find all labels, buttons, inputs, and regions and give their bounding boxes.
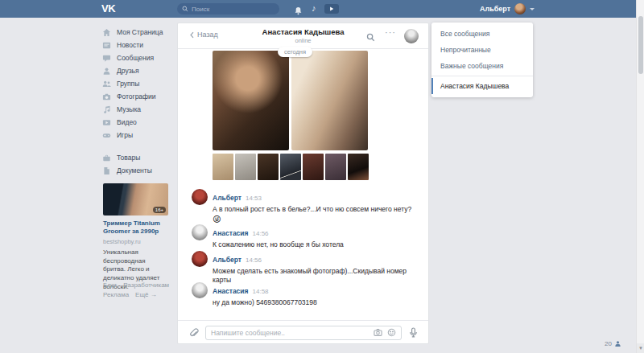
ad-image[interactable]: 16+ xyxy=(103,183,168,215)
camera-icon xyxy=(102,92,111,101)
user-menu[interactable]: Альберт xyxy=(480,0,535,18)
photo-thumbnail-4[interactable] xyxy=(280,154,301,180)
message-time: 14:56 xyxy=(246,257,262,264)
person-icon xyxy=(102,67,111,76)
person-icon xyxy=(614,340,621,347)
attach-paperclip-icon[interactable] xyxy=(188,327,199,338)
online-friends-counter[interactable]: 20 xyxy=(605,340,621,347)
avatar[interactable] xyxy=(192,224,208,240)
page-scrollbar[interactable]: ▼ xyxy=(636,0,644,353)
microphone-icon[interactable] xyxy=(409,327,418,338)
scrollbar-thumb[interactable] xyxy=(638,16,643,74)
video-icon xyxy=(102,118,111,127)
sidebar-item-my-page[interactable]: Моя Страница xyxy=(102,26,176,39)
top-bar: VK ♪ Альберт xyxy=(0,0,636,18)
message-time: 14:58 xyxy=(253,288,269,295)
sidebar-footer-links: БлогРазработчикам РекламаЕщё → xyxy=(103,281,175,301)
user-avatar xyxy=(514,3,526,14)
search-icon xyxy=(182,6,188,12)
dropdown-item-important[interactable]: Важные сообщения xyxy=(431,58,533,74)
date-separator: сегодня xyxy=(278,47,312,57)
sidebar-item-music[interactable]: Музыка xyxy=(102,103,176,116)
message-time: 14:53 xyxy=(246,195,262,202)
message-author[interactable]: Анастасия xyxy=(213,229,249,237)
smiley-icon[interactable] xyxy=(387,328,396,337)
message-row: Альберт14:56 Можем сделать есть знакомый… xyxy=(192,251,420,285)
photo-thumbnail-2[interactable] xyxy=(235,154,256,180)
photo-thumbnail-3[interactable] xyxy=(258,154,279,180)
music-icon[interactable]: ♪ xyxy=(312,3,316,13)
message-time: 14:56 xyxy=(253,230,269,237)
message-author[interactable]: Альберт xyxy=(213,194,242,202)
notifications-bell-icon[interactable] xyxy=(294,4,303,18)
chat-search-icon[interactable] xyxy=(366,31,375,45)
avatar[interactable] xyxy=(192,251,208,267)
chat-more-icon[interactable]: ··· xyxy=(385,27,396,37)
photo-thumbnail-1[interactable] xyxy=(213,154,233,180)
online-count: 20 xyxy=(605,340,612,347)
message-text: К сожалению нет, но вообще я бы хотела xyxy=(213,240,419,249)
photo-thumbnail-6[interactable] xyxy=(325,154,346,180)
message-row: Альберт14:53 А в полный рост есть в бель… xyxy=(192,189,420,224)
dropdown-item-unread[interactable]: Непрочитанные xyxy=(431,42,533,58)
photo-attachment-large-2[interactable] xyxy=(291,51,368,150)
scrollbar-down-arrow[interactable]: ▼ xyxy=(637,343,644,353)
sidebar-item-market[interactable]: Товары xyxy=(102,151,176,164)
footer-link-more[interactable]: Ещё → xyxy=(135,291,157,298)
chevron-down-icon xyxy=(530,8,535,10)
home-icon xyxy=(102,28,111,37)
ad-age-badge: 16+ xyxy=(153,207,166,213)
photo-attachment-large-1[interactable] xyxy=(213,51,289,150)
sidebar-item-friends[interactable]: Друзья xyxy=(102,64,176,77)
sidebar-ad: 16+ Триммер Titanium Groomer за 2990р be… xyxy=(103,183,168,292)
photo-thumbnail-7[interactable] xyxy=(348,154,369,180)
sidebar-item-photos[interactable]: Фотографии xyxy=(102,90,176,103)
avatar[interactable] xyxy=(192,282,208,298)
footer-link-blog[interactable]: Блог xyxy=(103,281,117,289)
dropdown-item-all-messages[interactable]: Все сообщения xyxy=(431,26,533,42)
message-text: А в полный рост есть в белье?...И что ню… xyxy=(213,205,419,214)
news-icon xyxy=(102,41,111,50)
message-input[interactable] xyxy=(211,329,369,337)
sidebar-item-documents[interactable]: Документы xyxy=(102,164,176,177)
footer-link-developers[interactable]: Разработчикам xyxy=(123,281,169,289)
chat-peer-avatar[interactable] xyxy=(404,29,419,43)
global-search[interactable] xyxy=(177,3,279,14)
dropdown-divider xyxy=(431,76,533,76)
camera-attach-icon[interactable] xyxy=(374,328,382,337)
photo-attachments xyxy=(213,51,368,150)
video-play-button[interactable] xyxy=(324,4,339,14)
dropdown-item-selected-chat[interactable]: Анастасия Кадышева xyxy=(431,78,533,94)
sidebar-item-messages[interactable]: Сообщения xyxy=(102,51,176,64)
ad-title-link[interactable]: Триммер Titanium Groomer за 2990р xyxy=(103,220,168,236)
document-icon xyxy=(102,166,111,175)
message-author[interactable]: Альберт xyxy=(213,256,242,264)
briefcase-icon xyxy=(102,154,111,162)
message-row: Анастасия14:58 ну да можно) 546938006770… xyxy=(192,282,420,307)
message-composer xyxy=(178,320,428,344)
play-icon xyxy=(329,6,334,11)
message-input-box[interactable] xyxy=(205,326,402,340)
left-sidebar: Моя Страница Новости Сообщения Друзья Гр… xyxy=(102,26,176,177)
music-note-icon xyxy=(102,105,111,114)
footer-link-ads[interactable]: Реклама xyxy=(103,291,129,298)
chat-status: online xyxy=(178,37,428,44)
people-icon xyxy=(102,80,111,88)
chat-panel: Назад Анастасия Кадышева online ··· сего… xyxy=(177,23,429,344)
message-row: Анастасия14:56 К сожалению нет, но вообщ… xyxy=(192,224,420,249)
sidebar-divider xyxy=(102,142,176,151)
sidebar-item-news[interactable]: Новости xyxy=(102,39,176,51)
sidebar-item-games[interactable]: Игры xyxy=(102,129,176,142)
photo-thumbnail-5[interactable] xyxy=(303,154,324,180)
messages-filter-dropdown: Все сообщения Непрочитанные Важные сообщ… xyxy=(431,23,533,97)
message-bubble-icon xyxy=(102,54,111,63)
emoji-sticker: 😜 xyxy=(213,215,420,224)
message-author[interactable]: Анастасия xyxy=(213,287,249,295)
global-search-input[interactable] xyxy=(192,6,275,13)
vk-logo[interactable]: VK xyxy=(101,2,115,14)
avatar[interactable] xyxy=(192,189,208,205)
user-name: Альберт xyxy=(480,5,510,13)
sidebar-item-video[interactable]: Видео xyxy=(102,116,176,129)
photo-thumbnails-row xyxy=(213,154,369,180)
sidebar-item-groups[interactable]: Группы xyxy=(102,77,176,90)
